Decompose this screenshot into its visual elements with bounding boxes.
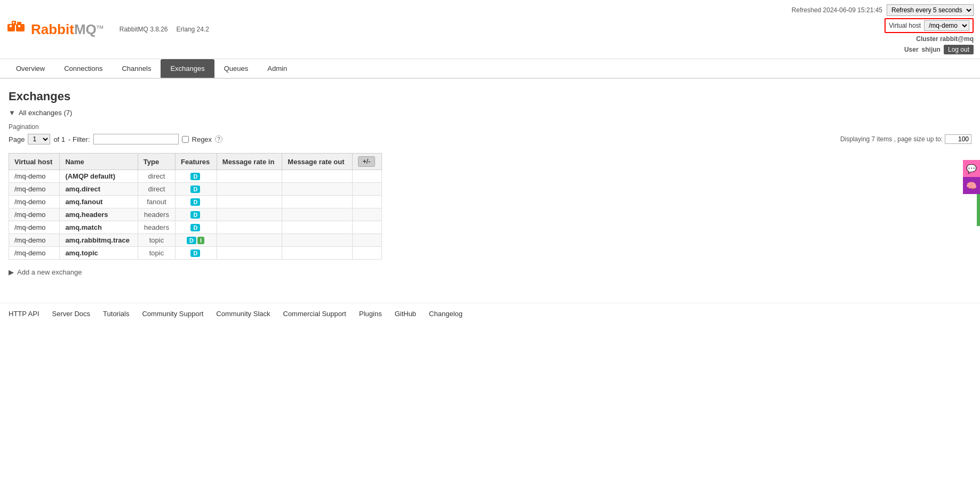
feature-badge: D (187, 237, 196, 244)
cell-action (352, 234, 381, 247)
nav-item-admin[interactable]: Admin (258, 59, 297, 78)
cell-rate-out (282, 247, 352, 260)
logo-rabbit: Rabbit (31, 21, 74, 37)
vhost-label: Virtual host (889, 22, 921, 29)
feature-badge: D (190, 186, 200, 193)
rabbitmq-logo-icon (6, 20, 26, 39)
vhost-row: Virtual host /mq-demo / (885, 18, 974, 33)
displaying-label: Displaying 7 items , page size up to: (840, 135, 943, 143)
page-title: Exchanges (9, 90, 971, 103)
svg-rect-2 (13, 22, 14, 23)
table-row[interactable]: /mq-demoamq.fanoutfanoutD (9, 196, 382, 208)
nav-item-queues[interactable]: Queues (214, 59, 258, 78)
table-row[interactable]: /mq-demoamq.headersheadersD (9, 208, 382, 221)
footer-link-commercial-support[interactable]: Commercial Support (283, 310, 347, 318)
page-select[interactable]: 1 (28, 134, 50, 144)
cell-features: D (176, 221, 217, 234)
cell-action (352, 221, 381, 234)
cell-rate-out (282, 208, 352, 221)
refresh-select[interactable]: Refresh every 5 seconds Every 10 seconds… (887, 4, 974, 16)
cell-name[interactable]: amq.match (60, 221, 138, 234)
green-bar (977, 194, 980, 226)
user-label: User (904, 46, 919, 53)
cell-name[interactable]: amq.rabbitmq.trace (60, 234, 138, 247)
table-row[interactable]: /mq-demoamq.directdirectD (9, 183, 382, 196)
table-row[interactable]: /mq-demoamq.matchheadersD (9, 221, 382, 234)
feature-badge: D (190, 211, 200, 219)
cell-rate-out (282, 183, 352, 196)
col-name: Name (60, 154, 138, 170)
exchange-name-link[interactable]: amq.fanout (65, 198, 102, 206)
cell-name[interactable]: amq.topic (60, 247, 138, 260)
help-icon[interactable]: ? (215, 135, 222, 143)
cell-name[interactable]: amq.headers (60, 208, 138, 221)
cell-type: topic (138, 247, 175, 260)
nav-item-channels[interactable]: Channels (112, 59, 161, 78)
footer-link-http-api[interactable]: HTTP API (9, 310, 39, 318)
expand-triangle-icon: ▶ (9, 268, 14, 276)
cell-features: D (176, 183, 217, 196)
cell-vhost: /mq-demo (9, 196, 60, 208)
cluster-row: Cluster rabbit@mq (916, 35, 974, 43)
footer-link-tutorials[interactable]: Tutorials (103, 310, 129, 318)
feature-badge: D (190, 198, 200, 206)
exchange-name-link[interactable]: amq.match (65, 223, 102, 231)
regex-checkbox[interactable] (182, 136, 189, 143)
cell-type: headers (138, 221, 175, 234)
footer-link-server-docs[interactable]: Server Docs (52, 310, 91, 318)
user-value: shijun (922, 46, 941, 53)
filter-input[interactable] (93, 134, 179, 144)
footer-link-changelog[interactable]: Changelog (429, 310, 463, 318)
footer-link-plugins[interactable]: Plugins (359, 310, 382, 318)
footer-link-github[interactable]: GitHub (395, 310, 416, 318)
cell-rate-in (217, 247, 282, 260)
exchange-name-link[interactable]: (AMQP default) (65, 172, 115, 180)
exchange-name-link[interactable]: amq.topic (65, 249, 98, 257)
cell-rate-in (217, 234, 282, 247)
cell-rate-out (282, 196, 352, 208)
exchange-name-link[interactable]: amq.direct (65, 185, 100, 193)
logo-text: RabbitMQTM (31, 21, 103, 38)
cell-name[interactable]: amq.direct (60, 183, 138, 196)
cell-vhost: /mq-demo (9, 170, 60, 183)
pagination-section: Pagination Page 1 of 1 - Filter: Regex ?… (9, 123, 971, 144)
cell-rate-in (217, 221, 282, 234)
table-row[interactable]: /mq-demoamq.topictopicD (9, 247, 382, 260)
logo-area: RabbitMQTM RabbitMQ 3.8.26 Erlang 24.2 (6, 20, 209, 39)
plus-minus-button[interactable]: +/- (358, 156, 375, 167)
cell-features: D (176, 170, 217, 183)
version-info: RabbitMQ 3.8.26 Erlang 24.2 (119, 26, 209, 33)
table-row[interactable]: /mq-demo(AMQP default)directD (9, 170, 382, 183)
nav-item-overview[interactable]: Overview (6, 59, 54, 78)
page-size-input[interactable] (945, 134, 971, 144)
cluster-label: Cluster (916, 35, 938, 43)
table-body: /mq-demo(AMQP default)directD/mq-demoamq… (9, 170, 382, 260)
footer-link-community-support[interactable]: Community Support (142, 310, 203, 318)
footer-link-community-slack[interactable]: Community Slack (216, 310, 270, 318)
nav-item-exchanges[interactable]: Exchanges (161, 59, 214, 78)
col-plusminus: +/- (352, 154, 381, 170)
cell-name[interactable]: amq.fanout (60, 196, 138, 208)
cell-name[interactable]: (AMQP default) (60, 170, 138, 183)
svg-rect-5 (18, 25, 20, 27)
cell-vhost: /mq-demo (9, 208, 60, 221)
exchange-name-link[interactable]: amq.headers (65, 211, 108, 219)
nav-item-connections[interactable]: Connections (54, 59, 112, 78)
cell-rate-out (282, 234, 352, 247)
all-exchanges-header[interactable]: ▼ All exchanges (7) (9, 109, 971, 117)
page-label: Page (9, 135, 25, 143)
table-row[interactable]: /mq-demoamq.rabbitmq.tracetopicDI (9, 234, 382, 247)
add-exchange-section[interactable]: ▶ Add a new exchange (9, 268, 971, 276)
chat-icon[interactable]: 💬 (963, 160, 980, 177)
refresh-row: Refreshed 2024-06-09 15:21:45 Refresh ev… (792, 4, 974, 16)
logout-button[interactable]: Log out (944, 45, 974, 54)
feature-badge: D (190, 249, 200, 257)
svg-rect-6 (10, 25, 12, 27)
logo-mq: MQ (74, 21, 97, 37)
collapse-triangle-icon: ▼ (9, 109, 15, 117)
vhost-select[interactable]: /mq-demo / (924, 20, 969, 31)
cell-type: topic (138, 234, 175, 247)
exchange-name-link[interactable]: amq.rabbitmq.trace (65, 236, 130, 244)
cell-type: direct (138, 183, 175, 196)
brain-icon[interactable]: 🧠 (963, 177, 980, 194)
